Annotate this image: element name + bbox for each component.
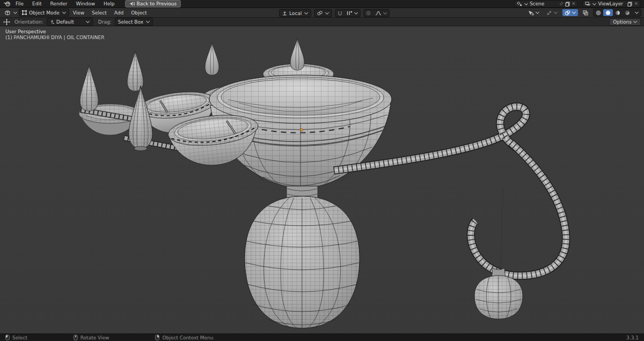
viewlayer-name[interactable]: ViewLayer <box>598 1 626 6</box>
scene-icon <box>517 2 522 6</box>
shading-material-button[interactable] <box>613 9 623 16</box>
shading-dropdown[interactable] <box>632 9 641 16</box>
display-cluster <box>526 9 641 17</box>
shading-solid-button[interactable] <box>603 9 613 16</box>
proportional-editing-group <box>363 9 390 17</box>
editor-chevron-icon <box>13 10 17 14</box>
menu-render[interactable]: Render <box>47 0 71 8</box>
solid-shading-icon <box>605 10 611 16</box>
viewlayer-icon <box>585 2 590 6</box>
blender-version: 3.3.1 <box>626 335 639 340</box>
pivot-point-dropdown[interactable] <box>314 9 332 17</box>
menu-edit[interactable]: Edit <box>28 0 45 8</box>
status-hint-select: Select <box>5 335 27 340</box>
orientation-setting-chevron-icon <box>86 19 90 23</box>
menu-add[interactable]: Add <box>111 8 127 18</box>
mouse-middle-button-icon <box>74 335 78 340</box>
snap-target-dropdown[interactable] <box>345 10 360 17</box>
wireframe-shading-icon <box>596 10 601 16</box>
tool-settings-bar: Orientation: Default Drag: Select Box Op… <box>0 18 644 26</box>
proportional-falloff-dropdown[interactable] <box>373 10 389 17</box>
snap-increment-icon <box>347 11 353 16</box>
xray-toggle[interactable] <box>581 9 590 16</box>
xray-icon <box>583 10 588 16</box>
menu-window[interactable]: Window <box>72 0 99 8</box>
blender-logo-icon[interactable] <box>3 1 11 7</box>
pivot-chevron-icon <box>325 11 329 14</box>
scene-selector[interactable]: Scene ✕ <box>514 0 579 8</box>
delete-viewlayer-icon[interactable]: ✕ <box>634 1 638 6</box>
status-hint-context-menu: Object Context Menu <box>155 335 213 340</box>
pivot-point-icon <box>317 11 323 16</box>
shading-wireframe-button[interactable] <box>594 9 603 16</box>
viewport-3d[interactable]: User Perspective (1) PANCHAMUKHI DIYA | … <box>0 26 644 333</box>
new-viewlayer-icon[interactable] <box>627 2 632 6</box>
model-main-bowl <box>209 75 392 328</box>
menu-view[interactable]: View <box>69 8 88 18</box>
falloff-chevron-icon <box>383 11 387 14</box>
orientation-setting-dropdown[interactable]: Default <box>47 18 93 26</box>
overlays-chevron-icon <box>572 10 576 14</box>
options-button[interactable]: Options <box>609 18 641 26</box>
options-chevron-icon <box>633 19 637 23</box>
editor-3d-viewport-icon <box>4 10 11 16</box>
viewlayer-selector[interactable]: ViewLayer ✕ <box>582 0 641 8</box>
status-hint-label: Select <box>12 335 27 340</box>
status-hint-label: Object Context Menu <box>162 335 213 340</box>
falloff-curve-icon <box>375 11 382 16</box>
material-shading-icon <box>615 10 620 16</box>
proportional-editing-toggle[interactable] <box>364 10 373 17</box>
back-to-previous-button[interactable]: Back to Previous <box>125 0 181 8</box>
active-tool-move-icon[interactable] <box>3 19 10 25</box>
orientation-setting-value: Default <box>56 19 83 25</box>
delete-scene-icon[interactable]: ✕ <box>572 1 576 6</box>
show-gizmo-dropdown[interactable] <box>544 9 560 16</box>
menu-select[interactable]: Select <box>88 8 111 18</box>
drag-setting-value: Select Box <box>118 19 143 25</box>
options-label: Options <box>613 19 632 25</box>
editor-type-selector[interactable] <box>3 9 19 17</box>
mode-selector[interactable]: Object Mode <box>19 9 69 17</box>
mode-label: Object Mode <box>29 10 60 16</box>
snap-toggle-button[interactable] <box>335 10 345 17</box>
orientation-setting-label: Orientation: <box>14 19 43 25</box>
orientation-mini-axis-icon <box>50 20 54 24</box>
orientation-axis-icon <box>282 11 287 16</box>
magnet-icon <box>338 11 342 16</box>
back-arrow-icon <box>129 2 135 6</box>
transform-orientation-dropdown[interactable]: Local <box>279 9 311 17</box>
menu-help[interactable]: Help <box>100 0 119 8</box>
viewport-header: Object Mode View Select Add Object Local <box>0 8 644 18</box>
drag-setting-chevron-icon <box>146 19 150 23</box>
back-button-label: Back to Previous <box>137 1 177 6</box>
visibility-pointer-icon <box>528 10 534 16</box>
status-hint-rotate: Rotate View <box>74 335 109 340</box>
new-scene-icon[interactable] <box>565 2 570 6</box>
viewlayer-browse-chevron-icon[interactable] <box>592 1 596 5</box>
gizmo-chevron-icon <box>554 10 558 14</box>
object-visibility-dropdown[interactable] <box>526 9 541 16</box>
scene-browse-chevron-icon[interactable] <box>524 1 528 5</box>
transform-snap-cluster: Local <box>279 9 390 17</box>
object-origin-dot <box>301 129 303 131</box>
status-hint-label: Rotate View <box>80 335 109 340</box>
drag-setting-dropdown[interactable]: Select Box <box>115 18 153 26</box>
mode-chevron-icon <box>62 10 66 14</box>
snapping-group <box>335 9 361 17</box>
scene-name[interactable]: Scene <box>530 1 558 6</box>
viewport-canvas[interactable] <box>0 26 644 333</box>
overlays-icon <box>565 10 570 16</box>
mouse-left-button-icon <box>5 335 10 340</box>
rendered-shading-icon <box>625 10 630 16</box>
orientation-chevron-icon <box>304 11 308 14</box>
pin-icon[interactable] <box>559 2 564 6</box>
shading-rendered-button[interactable] <box>623 9 632 16</box>
menu-object[interactable]: Object <box>127 8 150 18</box>
object-mode-icon <box>22 10 27 15</box>
shading-mode-group <box>593 9 641 17</box>
orientation-value: Local <box>289 11 302 16</box>
menu-file[interactable]: File <box>12 0 27 8</box>
visibility-chevron-icon <box>536 10 539 14</box>
show-overlays-toggle[interactable] <box>562 9 578 16</box>
mouse-right-button-icon <box>155 335 159 340</box>
